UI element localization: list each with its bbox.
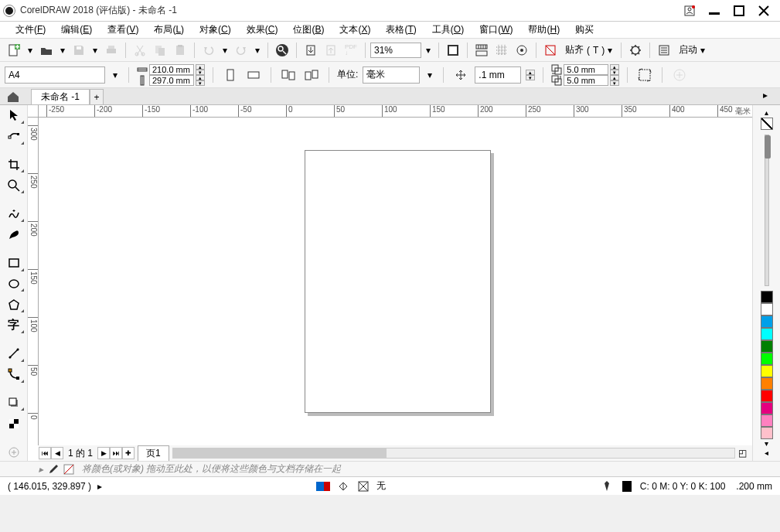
snap-off-icon[interactable] bbox=[541, 41, 560, 60]
page-tab-1[interactable]: 页1 bbox=[138, 445, 169, 462]
search-content-icon[interactable] bbox=[273, 41, 291, 60]
drop-shadow-tool[interactable] bbox=[3, 394, 25, 412]
zoom-level-input[interactable] bbox=[370, 43, 421, 58]
ellipse-tool[interactable] bbox=[3, 275, 25, 293]
navigator-icon[interactable]: ◰ bbox=[738, 448, 752, 459]
outline-pen-icon[interactable] bbox=[600, 481, 614, 492]
launch-button[interactable]: 启动 ▾ bbox=[675, 42, 709, 59]
horizontal-scrollbar[interactable] bbox=[172, 448, 735, 459]
connector-tool[interactable] bbox=[3, 366, 25, 384]
menu-file[interactable]: 文件(F) bbox=[8, 22, 53, 38]
polygon-tool[interactable] bbox=[3, 295, 25, 313]
shape-tool[interactable] bbox=[3, 128, 25, 145]
maximize-button[interactable] bbox=[732, 4, 746, 18]
menu-help[interactable]: 帮助(H) bbox=[520, 22, 567, 38]
menu-object[interactable]: 对象(C) bbox=[192, 22, 239, 38]
import-icon[interactable] bbox=[301, 41, 320, 60]
color-swatch[interactable] bbox=[761, 315, 773, 328]
new-tab-button[interactable]: + bbox=[90, 89, 104, 104]
snap-to-button[interactable]: 贴齐(T) ▾ bbox=[561, 42, 616, 59]
page-width-field[interactable]: ▴▾ bbox=[137, 64, 205, 75]
orientation-landscape-icon[interactable] bbox=[244, 66, 263, 84]
nudge-distance-field[interactable] bbox=[475, 66, 521, 84]
palette-flyout-arrow[interactable]: ◂ bbox=[765, 448, 768, 458]
eyedropper-icon[interactable] bbox=[48, 464, 59, 475]
new-doc-dropdown[interactable]: ▾ bbox=[25, 43, 36, 58]
document-tab-active[interactable]: 未命名 -1 bbox=[31, 89, 90, 104]
palette-menu-icon[interactable]: ▸ bbox=[39, 464, 43, 475]
color-swatch[interactable] bbox=[761, 340, 773, 353]
color-swatch[interactable] bbox=[761, 291, 773, 303]
last-page-button[interactable]: ⏭ bbox=[110, 447, 122, 459]
zoom-tool[interactable] bbox=[3, 176, 25, 194]
treat-as-filled-icon[interactable] bbox=[635, 66, 654, 84]
first-page-button[interactable]: ⏮ bbox=[39, 447, 51, 459]
fill-indicator-icon[interactable] bbox=[336, 481, 350, 492]
notification-icon[interactable] bbox=[683, 4, 697, 18]
menu-window[interactable]: 窗口(W) bbox=[472, 22, 520, 38]
document-palette-bar[interactable]: ▸ 将颜色(或对象) 拖动至此处，以便将这些颜色与文档存储在一起 bbox=[0, 461, 780, 476]
rectangle-tool[interactable] bbox=[3, 254, 25, 272]
color-swatch[interactable] bbox=[761, 402, 773, 414]
menu-edit[interactable]: 编辑(E) bbox=[53, 22, 100, 38]
color-swatch[interactable] bbox=[761, 365, 773, 377]
color-swatch[interactable] bbox=[761, 353, 773, 365]
current-page-icon[interactable] bbox=[302, 66, 321, 84]
menu-bitmap[interactable]: 位图(B) bbox=[285, 22, 332, 38]
ruler-vertical[interactable]: 300250200150100500 bbox=[28, 118, 39, 445]
next-page-button[interactable]: ▶ bbox=[97, 447, 110, 459]
welcome-tab-icon[interactable] bbox=[6, 90, 20, 103]
open-icon[interactable] bbox=[37, 41, 56, 60]
color-proof-icon[interactable] bbox=[316, 481, 330, 492]
color-swatch[interactable] bbox=[761, 414, 773, 427]
menu-text[interactable]: 文本(X) bbox=[332, 22, 378, 38]
options-icon[interactable] bbox=[626, 41, 645, 60]
text-tool[interactable]: 字 bbox=[3, 316, 25, 334]
palette-scrollbar[interactable] bbox=[765, 135, 769, 286]
freehand-tool[interactable] bbox=[3, 205, 25, 223]
close-button[interactable] bbox=[757, 4, 771, 18]
status-expand-icon[interactable]: ▸ bbox=[97, 481, 102, 492]
ruler-horizontal[interactable]: -250-200-150-100-50050100150200250300350… bbox=[39, 105, 752, 118]
canvas[interactable] bbox=[39, 118, 752, 445]
units-combo[interactable] bbox=[363, 66, 420, 84]
all-pages-icon[interactable] bbox=[279, 66, 298, 84]
orientation-portrait-icon[interactable] bbox=[221, 66, 240, 84]
duplicate-x-field[interactable]: ▴▾ bbox=[551, 64, 619, 75]
minimize-button[interactable] bbox=[707, 4, 721, 18]
artistic-media-tool[interactable] bbox=[3, 226, 25, 244]
pick-tool[interactable] bbox=[3, 107, 25, 124]
page-height-field[interactable]: ▴▾ bbox=[137, 75, 205, 86]
palette-down-arrow[interactable]: ▾ bbox=[765, 439, 768, 448]
show-grid-icon[interactable] bbox=[492, 41, 511, 60]
expand-toolbox-icon[interactable] bbox=[3, 443, 25, 461]
menu-layout[interactable]: 布局(L) bbox=[146, 22, 192, 38]
menu-buy[interactable]: 购买 bbox=[567, 22, 601, 38]
ruler-origin[interactable] bbox=[28, 105, 39, 118]
outline-color-swatch[interactable] bbox=[620, 481, 634, 492]
color-swatch[interactable] bbox=[761, 328, 773, 340]
page-preset-combo[interactable] bbox=[5, 66, 105, 84]
launcher-icon[interactable] bbox=[655, 41, 673, 60]
page-preset-dropdown[interactable]: ▾ bbox=[110, 67, 121, 83]
add-page-button[interactable]: ✚ bbox=[122, 447, 135, 459]
dimension-tool[interactable] bbox=[3, 345, 25, 363]
transparency-tool[interactable] bbox=[3, 414, 25, 432]
color-swatch[interactable] bbox=[761, 427, 773, 439]
menu-effects[interactable]: 效果(C) bbox=[239, 22, 286, 38]
color-swatch[interactable] bbox=[761, 390, 773, 402]
palette-up-arrow[interactable]: ▴ bbox=[765, 108, 768, 118]
fullscreen-preview-icon[interactable] bbox=[444, 41, 462, 60]
new-doc-icon[interactable] bbox=[5, 41, 23, 60]
units-dropdown[interactable]: ▾ bbox=[424, 67, 435, 83]
docker-expand-icon[interactable]: ▸ bbox=[763, 90, 777, 101]
menu-tools[interactable]: 工具(O) bbox=[424, 22, 472, 38]
crop-tool[interactable] bbox=[3, 156, 25, 174]
color-swatch[interactable] bbox=[761, 377, 773, 390]
menu-table[interactable]: 表格(T) bbox=[378, 22, 424, 38]
zoom-dropdown[interactable]: ▾ bbox=[423, 43, 434, 58]
no-fill-well-icon[interactable] bbox=[63, 464, 74, 475]
menu-view[interactable]: 查看(V) bbox=[100, 22, 146, 38]
color-swatch[interactable] bbox=[761, 303, 773, 315]
no-color-swatch[interactable] bbox=[761, 118, 773, 130]
